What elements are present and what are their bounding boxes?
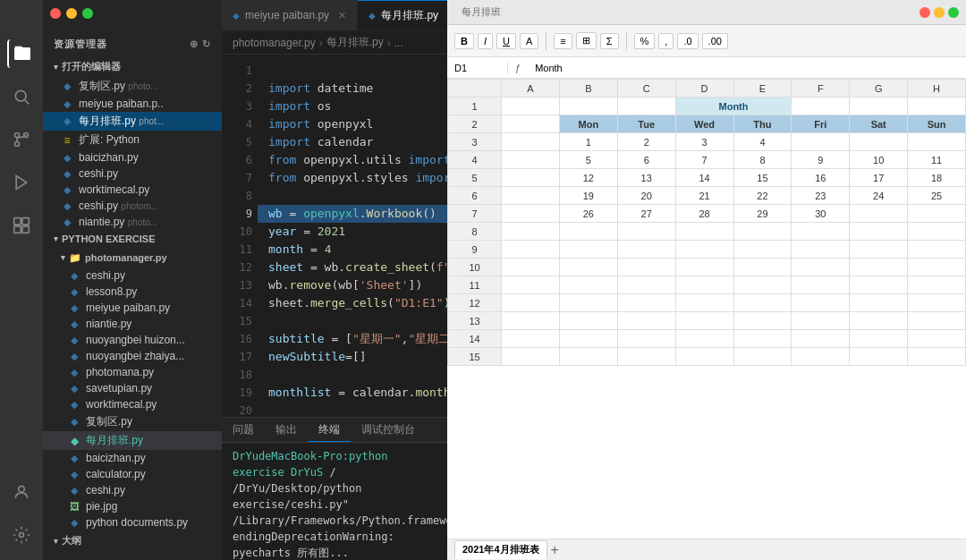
align-button[interactable]: ≡ xyxy=(554,33,572,49)
cell-h4[interactable]: 11 xyxy=(908,151,966,169)
code-content[interactable]: import datetime import os import openpyx… xyxy=(258,55,447,417)
open-file-fuzhi[interactable]: ◆ 复制区.py photo... xyxy=(43,77,222,96)
account-icon[interactable] xyxy=(7,478,36,506)
decimal-button[interactable]: .0 xyxy=(677,33,698,49)
close-btn-icon[interactable] xyxy=(919,7,930,18)
sub-nuoyangbei-zhai[interactable]: ◆ nuoyangbei zhaiya... xyxy=(43,348,222,364)
sub-nuoyangbei-huiz[interactable]: ◆ nuoyangbei huizon... xyxy=(43,332,222,348)
outline-section[interactable]: ▾ 大纲 xyxy=(43,530,222,551)
tab-terminal[interactable]: 终端 xyxy=(308,418,351,442)
breadcrumb-part-3[interactable]: ... xyxy=(394,37,403,49)
cell-a7[interactable] xyxy=(502,205,560,223)
cell-c2[interactable]: Tue xyxy=(617,115,675,133)
col-header-h[interactable]: H xyxy=(908,80,966,98)
cell-a4[interactable] xyxy=(502,151,560,169)
sub-monthly-active[interactable]: ◆ 每月排班.py xyxy=(43,431,222,450)
tab-meiyue-paiban[interactable]: ◆ meiyue paiban.py ✕ xyxy=(222,0,358,30)
photomanager-folder[interactable]: ▾ 📁 photomanager.py xyxy=(43,248,222,267)
open-file-monthly[interactable]: ◆ 每月排班.py phot... xyxy=(43,112,222,131)
cell-h2[interactable]: Sun xyxy=(908,115,966,133)
comma-button[interactable]: , xyxy=(658,33,674,49)
cell-e5[interactable]: 15 xyxy=(733,169,792,187)
cell-d7[interactable]: 28 xyxy=(675,205,733,223)
sub-python-docs[interactable]: ◆ python documents.py xyxy=(43,514,222,530)
open-file-ceshi[interactable]: ◆ ceshi.py xyxy=(43,165,222,182)
cell-b1[interactable] xyxy=(559,98,617,115)
cell-b6[interactable]: 19 xyxy=(559,187,617,205)
cell-f3[interactable] xyxy=(792,133,850,151)
cell-d2[interactable]: Wed xyxy=(675,115,733,133)
cell-e7[interactable]: 29 xyxy=(733,205,792,223)
files-icon[interactable] xyxy=(7,39,36,68)
col-header-a[interactable]: A xyxy=(502,80,560,98)
code-editor[interactable]: 12345 678910 1112131415 1617181920 21 im… xyxy=(222,55,447,417)
col-header-f[interactable]: F xyxy=(792,80,850,98)
cell-b5[interactable]: 12 xyxy=(559,169,617,187)
italic-button[interactable]: I xyxy=(478,33,493,49)
cell-g3[interactable] xyxy=(850,133,908,151)
sum-button[interactable]: Σ xyxy=(600,33,619,49)
cell-c6[interactable]: 20 xyxy=(617,187,675,205)
sub-ceshi2[interactable]: ◆ ceshi.py xyxy=(43,482,222,498)
sub-baicizhan[interactable]: ◆ baicizhan.py xyxy=(43,450,222,466)
cell-b3[interactable]: 1 xyxy=(559,133,617,151)
col-header-b[interactable]: B xyxy=(559,80,617,98)
new-file-icon[interactable]: ⊕ xyxy=(190,38,199,50)
open-file-meiyue[interactable]: ◆ meiyue paiban.p.. xyxy=(43,96,222,112)
sub-savetupian[interactable]: ◆ savetupian.py xyxy=(43,380,222,396)
cell-c7[interactable]: 27 xyxy=(617,205,675,223)
cell-a2[interactable] xyxy=(502,115,560,133)
cell-g4[interactable]: 10 xyxy=(850,151,908,169)
source-control-icon[interactable] xyxy=(7,125,36,154)
sub-ceshi[interactable]: ◆ ceshi.py xyxy=(43,267,222,284)
sub-meiyue-paiban[interactable]: ◆ meiyue paiban.py xyxy=(43,300,222,316)
cell-f5[interactable]: 16 xyxy=(792,169,850,187)
breadcrumb-part-1[interactable]: photomanager.py xyxy=(233,37,316,49)
col-header-d[interactable]: D xyxy=(675,80,733,98)
cell-a1[interactable] xyxy=(502,98,560,115)
cell-d1-merged[interactable]: Month xyxy=(675,98,792,115)
cell-h1[interactable] xyxy=(908,98,966,115)
cell-a3[interactable] xyxy=(502,133,560,151)
cell-e3[interactable]: 4 xyxy=(733,133,792,151)
cell-e6[interactable]: 22 xyxy=(733,187,792,205)
open-file-worktimecal[interactable]: ◆ worktimecal.py xyxy=(43,182,222,198)
open-file-niantie[interactable]: ◆ niantie.py photo... xyxy=(43,214,222,230)
open-file-photom[interactable]: ◆ ceshi.py photom... xyxy=(43,198,222,214)
cell-a6[interactable] xyxy=(502,187,560,205)
tab-monthly[interactable]: ◆ 每月排班.py ✕ xyxy=(358,0,447,30)
col-header-g[interactable]: G xyxy=(850,80,908,98)
terminal-content[interactable]: DrYudeMacBook-Pro:python exercise DrYuS … xyxy=(222,443,447,560)
sub-worktimecal[interactable]: ◆ worktimecal.py xyxy=(43,396,222,412)
tab-problems[interactable]: 问题 xyxy=(222,418,265,442)
col-header-c[interactable]: C xyxy=(617,80,675,98)
cell-f1[interactable] xyxy=(792,98,850,115)
cell-g5[interactable]: 17 xyxy=(850,169,908,187)
debug-icon[interactable] xyxy=(7,168,36,197)
cell-h6[interactable]: 25 xyxy=(908,187,966,205)
sub-calculator[interactable]: ◆ calculator.py xyxy=(43,466,222,482)
cell-g6[interactable]: 24 xyxy=(850,187,908,205)
cell-e4[interactable]: 8 xyxy=(733,151,792,169)
open-editors-section[interactable]: ▾ 打开的编辑器 xyxy=(43,56,222,77)
sub-pie[interactable]: 🖼 pie.jpg xyxy=(43,498,222,514)
cell-e2[interactable]: Thu xyxy=(733,115,792,133)
cell-d4[interactable]: 7 xyxy=(675,151,733,169)
cell-d3[interactable]: 3 xyxy=(675,133,733,151)
cell-a5[interactable] xyxy=(502,169,560,187)
sub-fuzhi[interactable]: ◆ 复制区.py xyxy=(43,412,222,431)
cell-g7[interactable] xyxy=(850,205,908,223)
percent-button[interactable]: % xyxy=(634,33,656,49)
col-header-e[interactable]: E xyxy=(733,80,792,98)
tab-close-meiyue[interactable]: ✕ xyxy=(338,10,346,21)
decimal2-button[interactable]: .00 xyxy=(702,33,728,49)
sheet-tab-monthly[interactable]: 2021年4月排班表 xyxy=(454,540,547,559)
cell-d5[interactable]: 14 xyxy=(675,169,733,187)
breadcrumb-part-2[interactable]: 每月排班.py xyxy=(326,35,384,50)
cell-f6[interactable]: 23 xyxy=(792,187,850,205)
cell-f7[interactable]: 30 xyxy=(792,205,850,223)
sub-niantie[interactable]: ◆ niantie.py xyxy=(43,316,222,332)
cell-f2[interactable]: Fri xyxy=(792,115,850,133)
cell-g2[interactable]: Sat xyxy=(850,115,908,133)
underline-button[interactable]: U xyxy=(496,33,516,49)
